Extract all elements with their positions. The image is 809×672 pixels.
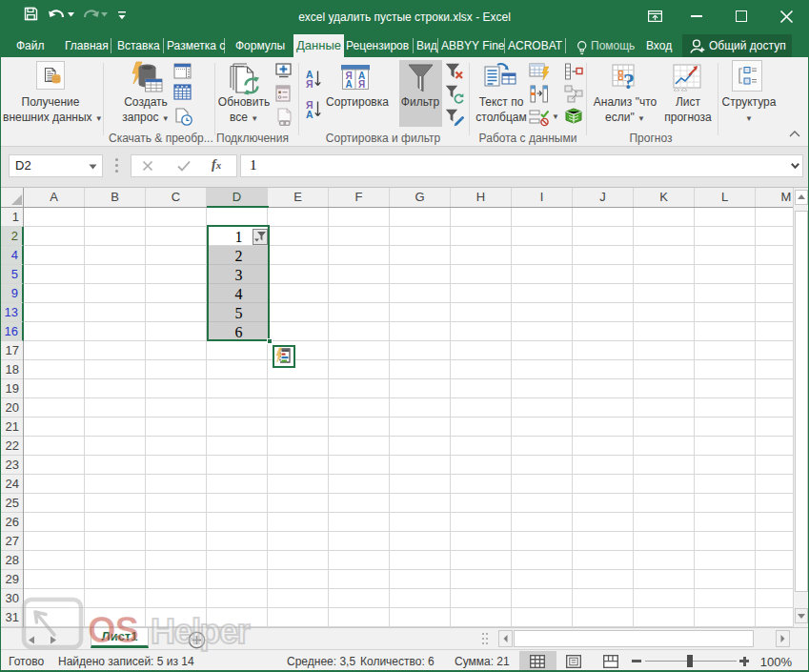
svg-text:А: А bbox=[346, 79, 353, 90]
svg-text:?: ? bbox=[623, 69, 635, 92]
svg-text:Я: Я bbox=[358, 79, 365, 90]
svg-text:Я: Я bbox=[306, 78, 313, 90]
